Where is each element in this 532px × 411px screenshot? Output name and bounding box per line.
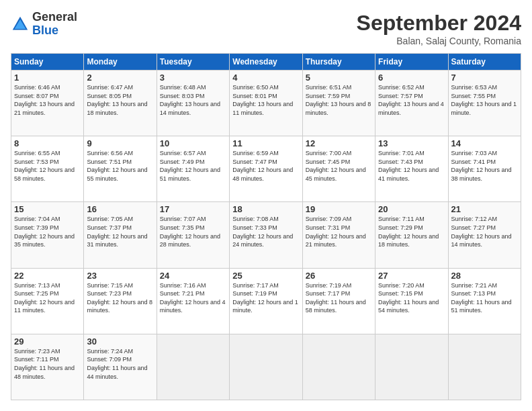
day-number: 21: [451, 204, 518, 214]
day-number: 11: [232, 138, 299, 148]
week-row-2: 8Sunrise: 6:55 AMSunset: 7:53 PMDaylight…: [11, 136, 521, 202]
table-row: 25Sunrise: 7:17 AMSunset: 7:19 PMDayligh…: [230, 268, 302, 334]
cell-text: Sunrise: 7:24 AMSunset: 7:09 PMDaylight:…: [87, 348, 147, 380]
cell-text: Sunrise: 7:19 AMSunset: 7:17 PMDaylight:…: [306, 282, 366, 314]
week-row-4: 22Sunrise: 7:13 AMSunset: 7:25 PMDayligh…: [11, 268, 521, 334]
day-number: 28: [451, 271, 518, 281]
cell-text: Sunrise: 7:03 AMSunset: 7:41 PMDaylight:…: [451, 150, 512, 182]
cell-text: Sunrise: 6:48 AMSunset: 8:03 PMDaylight:…: [160, 84, 220, 116]
table-row: 15Sunrise: 7:04 AMSunset: 7:39 PMDayligh…: [11, 202, 84, 268]
cell-text: Sunrise: 6:46 AMSunset: 8:07 PMDaylight:…: [14, 84, 75, 116]
week-row-1: 1Sunrise: 6:46 AMSunset: 8:07 PMDaylight…: [11, 71, 521, 136]
day-number: 12: [306, 138, 372, 148]
day-number: 10: [160, 138, 226, 148]
day-number: 3: [160, 73, 226, 83]
day-number: 16: [87, 204, 153, 214]
day-number: 2: [87, 73, 153, 83]
day-number: 29: [14, 336, 81, 347]
page: General Blue September 2024 Balan, Salaj…: [0, 0, 532, 411]
cell-text: Sunrise: 7:01 AMSunset: 7:43 PMDaylight:…: [378, 150, 439, 182]
cell-text: Sunrise: 7:07 AMSunset: 7:35 PMDaylight:…: [160, 216, 220, 248]
calendar-header-row: Sunday Monday Tuesday Wednesday Thursday…: [11, 54, 521, 71]
table-row: 16Sunrise: 7:05 AMSunset: 7:37 PMDayligh…: [84, 202, 157, 268]
col-wednesday: Wednesday: [230, 54, 302, 71]
table-row: 13Sunrise: 7:01 AMSunset: 7:43 PMDayligh…: [375, 136, 448, 202]
table-row: 21Sunrise: 7:12 AMSunset: 7:27 PMDayligh…: [448, 202, 521, 268]
cell-text: Sunrise: 6:56 AMSunset: 7:51 PMDaylight:…: [87, 150, 147, 182]
day-number: 23: [87, 271, 153, 281]
day-number: 6: [378, 73, 445, 83]
col-sunday: Sunday: [11, 54, 84, 71]
table-row: 2Sunrise: 6:47 AMSunset: 8:05 PMDaylight…: [84, 71, 157, 136]
day-number: 24: [160, 271, 226, 281]
calendar-table: Sunday Monday Tuesday Wednesday Thursday…: [11, 53, 521, 400]
day-number: 9: [87, 138, 153, 148]
day-number: 15: [14, 204, 81, 214]
cell-text: Sunrise: 7:08 AMSunset: 7:33 PMDaylight:…: [232, 216, 293, 248]
table-row: 19Sunrise: 7:09 AMSunset: 7:31 PMDayligh…: [302, 202, 375, 268]
col-monday: Monday: [84, 54, 157, 71]
table-row: 17Sunrise: 7:07 AMSunset: 7:35 PMDayligh…: [157, 202, 229, 268]
title-block: September 2024 Balan, Salaj County, Roma…: [357, 11, 521, 46]
cell-text: Sunrise: 7:09 AMSunset: 7:31 PMDaylight:…: [306, 216, 366, 248]
day-number: 25: [232, 271, 299, 281]
cell-text: Sunrise: 6:50 AMSunset: 8:01 PMDaylight:…: [232, 84, 293, 116]
table-row: 24Sunrise: 7:16 AMSunset: 7:21 PMDayligh…: [157, 268, 229, 334]
cell-text: Sunrise: 7:11 AMSunset: 7:29 PMDaylight:…: [378, 216, 439, 248]
logo-icon: [11, 15, 30, 34]
cell-text: Sunrise: 7:12 AMSunset: 7:27 PMDaylight:…: [451, 216, 512, 248]
week-row-3: 15Sunrise: 7:04 AMSunset: 7:39 PMDayligh…: [11, 202, 521, 268]
day-number: 7: [451, 73, 518, 83]
day-number: 22: [14, 271, 81, 281]
table-row: 5Sunrise: 6:51 AMSunset: 7:59 PMDaylight…: [302, 71, 375, 136]
table-row: 14Sunrise: 7:03 AMSunset: 7:41 PMDayligh…: [448, 136, 521, 202]
cell-text: Sunrise: 7:17 AMSunset: 7:19 PMDaylight:…: [232, 282, 298, 314]
cell-text: Sunrise: 7:23 AMSunset: 7:11 PMDaylight:…: [14, 348, 75, 380]
table-row: 4Sunrise: 6:50 AMSunset: 8:01 PMDaylight…: [230, 71, 302, 136]
table-row: 3Sunrise: 6:48 AMSunset: 8:03 PMDaylight…: [157, 71, 229, 136]
day-number: 1: [14, 73, 81, 83]
table-row: 9Sunrise: 6:56 AMSunset: 7:51 PMDaylight…: [84, 136, 157, 202]
logo-general: General: [32, 10, 77, 24]
col-tuesday: Tuesday: [157, 54, 229, 71]
cell-text: Sunrise: 7:15 AMSunset: 7:23 PMDaylight:…: [87, 282, 152, 314]
table-row: 28Sunrise: 7:21 AMSunset: 7:13 PMDayligh…: [448, 268, 521, 334]
table-row: 10Sunrise: 6:57 AMSunset: 7:49 PMDayligh…: [157, 136, 229, 202]
table-row: [302, 334, 375, 400]
cell-text: Sunrise: 6:53 AMSunset: 7:55 PMDaylight:…: [451, 84, 517, 116]
cell-text: Sunrise: 7:16 AMSunset: 7:21 PMDaylight:…: [160, 282, 226, 314]
day-number: 14: [451, 138, 518, 148]
table-row: 11Sunrise: 6:59 AMSunset: 7:47 PMDayligh…: [230, 136, 302, 202]
cell-text: Sunrise: 6:59 AMSunset: 7:47 PMDaylight:…: [232, 150, 293, 182]
table-row: 27Sunrise: 7:20 AMSunset: 7:15 PMDayligh…: [375, 268, 448, 334]
cell-text: Sunrise: 7:13 AMSunset: 7:25 PMDaylight:…: [14, 282, 75, 314]
table-row: 6Sunrise: 6:52 AMSunset: 7:57 PMDaylight…: [375, 71, 448, 136]
day-number: 19: [306, 204, 372, 214]
cell-text: Sunrise: 7:00 AMSunset: 7:45 PMDaylight:…: [306, 150, 366, 182]
table-row: 7Sunrise: 6:53 AMSunset: 7:55 PMDaylight…: [448, 71, 521, 136]
cell-text: Sunrise: 6:57 AMSunset: 7:49 PMDaylight:…: [160, 150, 220, 182]
table-row: 20Sunrise: 7:11 AMSunset: 7:29 PMDayligh…: [375, 202, 448, 268]
day-number: 26: [306, 271, 372, 281]
col-saturday: Saturday: [448, 54, 521, 71]
day-number: 17: [160, 204, 226, 214]
cell-text: Sunrise: 7:04 AMSunset: 7:39 PMDaylight:…: [14, 216, 75, 248]
month-title: September 2024: [357, 11, 521, 36]
cell-text: Sunrise: 7:20 AMSunset: 7:15 PMDaylight:…: [378, 282, 439, 314]
day-number: 20: [378, 204, 445, 214]
logo-blue: Blue: [32, 24, 58, 37]
cell-text: Sunrise: 6:55 AMSunset: 7:53 PMDaylight:…: [14, 150, 75, 182]
cell-text: Sunrise: 6:51 AMSunset: 7:59 PMDaylight:…: [306, 84, 371, 116]
table-row: 12Sunrise: 7:00 AMSunset: 7:45 PMDayligh…: [302, 136, 375, 202]
cell-text: Sunrise: 7:05 AMSunset: 7:37 PMDaylight:…: [87, 216, 147, 248]
table-row: [375, 334, 448, 400]
cell-text: Sunrise: 6:52 AMSunset: 7:57 PMDaylight:…: [378, 84, 444, 116]
table-row: 23Sunrise: 7:15 AMSunset: 7:23 PMDayligh…: [84, 268, 157, 334]
table-row: 18Sunrise: 7:08 AMSunset: 7:33 PMDayligh…: [230, 202, 302, 268]
day-number: 30: [87, 336, 153, 347]
day-number: 27: [378, 271, 445, 281]
table-row: [157, 334, 229, 400]
week-row-5: 29Sunrise: 7:23 AMSunset: 7:11 PMDayligh…: [11, 334, 521, 400]
day-number: 18: [232, 204, 299, 214]
logo-text: General Blue: [32, 11, 77, 38]
